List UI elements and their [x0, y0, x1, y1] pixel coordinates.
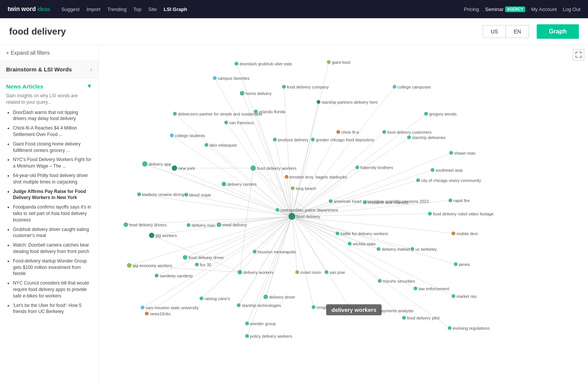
graph-node[interactable] — [295, 270, 299, 274]
graph-node[interactable] — [235, 62, 238, 66]
graph-node[interactable] — [452, 232, 455, 236]
news-list-item[interactable]: 64-year-old Philly food delivery driver … — [13, 172, 92, 185]
news-articles-title[interactable]: News Articles — [6, 83, 43, 90]
graph-node[interactable] — [195, 263, 199, 267]
news-list-item[interactable]: Grubhub delivery driver caught eating cu… — [13, 226, 92, 239]
graph-node[interactable] — [137, 193, 141, 196]
graph-node[interactable] — [285, 175, 288, 179]
graph-node[interactable] — [291, 187, 295, 190]
graph-node[interactable] — [282, 85, 286, 89]
graph-node[interactable] — [273, 138, 277, 142]
nav-site[interactable]: Site — [148, 6, 157, 12]
graph-node[interactable] — [317, 100, 320, 104]
seminar-text[interactable]: Seminar — [485, 6, 503, 12]
nav-import[interactable]: Import — [86, 6, 100, 12]
graph-node[interactable] — [311, 138, 315, 142]
graph-node[interactable] — [410, 247, 414, 251]
graph-node[interactable] — [142, 161, 147, 167]
graph-node[interactable] — [416, 179, 420, 182]
graph-node[interactable] — [183, 255, 187, 260]
news-list-item[interactable]: Judge Affirms Pay Raise for Food Deliver… — [13, 188, 92, 201]
news-list-item[interactable]: NYC Council considers bill that would re… — [13, 280, 92, 299]
graph-node[interactable] — [448, 326, 452, 330]
nav-my-account[interactable]: My Account — [531, 6, 557, 12]
graph-node[interactable] — [382, 130, 386, 134]
news-list-item[interactable]: NYC's Food Delivery Workers Fight for a … — [13, 157, 92, 169]
graph-node[interactable] — [449, 199, 452, 202]
news-list-item[interactable]: Giant Food closing home delivery fulfill… — [13, 141, 92, 154]
news-list-item[interactable]: Watch: Doorbell camera catches bear stea… — [13, 242, 92, 255]
graph-node[interactable] — [325, 270, 328, 274]
graph-node[interactable] — [348, 242, 352, 246]
graph-node[interactable] — [170, 134, 174, 138]
graph-node[interactable] — [336, 232, 339, 236]
logo[interactable]: twinword ideas — [8, 6, 50, 13]
graph-node[interactable] — [173, 112, 177, 116]
graph-node[interactable] — [378, 279, 382, 283]
nav-trending[interactable]: Trending — [107, 6, 127, 12]
graph-node[interactable] — [363, 201, 367, 204]
graph-node[interactable] — [254, 110, 258, 114]
chevron-down-icon[interactable]: ▼ — [86, 83, 92, 90]
graph-node[interactable] — [245, 322, 249, 326]
graph-node[interactable] — [336, 130, 340, 134]
graph-node[interactable] — [250, 166, 256, 171]
graph-node[interactable] — [355, 166, 359, 169]
graph-node[interactable] — [414, 287, 417, 291]
graph-node[interactable] — [187, 223, 190, 227]
graph-node[interactable] — [253, 250, 257, 254]
lang-en-button[interactable]: EN — [506, 25, 529, 38]
graph-node[interactable] — [431, 168, 434, 172]
news-list-item[interactable]: Chick-fil-A Reaches $4.4 Million Settlem… — [13, 125, 92, 138]
graph-node-label: wonder group — [250, 321, 276, 326]
graph-node[interactable] — [124, 223, 128, 227]
nav-logout[interactable]: Log Out — [563, 6, 580, 12]
graph-node[interactable] — [276, 208, 279, 212]
graph-node[interactable] — [237, 304, 241, 307]
brainstorm-section[interactable]: Brainstorm & LSI Words › — [0, 61, 98, 78]
nav-pricing[interactable]: Pricing — [464, 6, 479, 12]
graph-node[interactable] — [200, 297, 203, 300]
graph-node[interactable] — [238, 270, 242, 275]
graph-node[interactable] — [377, 247, 380, 251]
graph-node[interactable] — [155, 274, 158, 278]
graph-node[interactable] — [454, 262, 458, 266]
graph-node[interactable] — [327, 60, 331, 64]
nav-lsi-graph[interactable]: LSI Graph — [163, 6, 187, 12]
graph-node[interactable] — [424, 112, 428, 116]
graph-node[interactable] — [245, 334, 249, 338]
graph-node[interactable] — [263, 295, 268, 299]
graph-node[interactable] — [224, 121, 228, 125]
graph-node[interactable] — [217, 223, 221, 227]
graph-node[interactable] — [172, 166, 177, 171]
graph-node[interactable] — [452, 294, 455, 298]
graph-node[interactable] — [402, 316, 406, 320]
graph-node[interactable] — [127, 263, 132, 268]
expand-icon[interactable] — [573, 49, 584, 60]
news-list-item[interactable]: Foodpanda confirms layoffs says it's in … — [13, 204, 92, 223]
news-list-item[interactable]: 'Let's be the Uber for food': How 5 frie… — [13, 302, 92, 315]
graph-node[interactable] — [312, 305, 315, 309]
graph-node[interactable] — [329, 199, 333, 203]
graph-node[interactable] — [145, 312, 149, 316]
graph-node[interactable] — [240, 91, 244, 96]
lang-us-button[interactable]: US — [483, 25, 506, 38]
expand-filters[interactable]: + Expand all filters — [0, 45, 98, 61]
nav-top[interactable]: Top — [133, 6, 141, 12]
graph-node[interactable] — [288, 213, 295, 220]
graph-node[interactable] — [204, 143, 208, 147]
graph-node[interactable] — [213, 76, 217, 80]
graph-node[interactable] — [222, 182, 226, 187]
graph-node[interactable] — [449, 151, 453, 155]
news-list-item[interactable]: Food-delivery startup Wonder Group gets … — [13, 258, 92, 277]
graph-button[interactable]: Graph — [537, 24, 579, 39]
graph-node[interactable] — [141, 306, 144, 310]
graph-node[interactable] — [428, 212, 432, 216]
graph-node[interactable] — [350, 309, 353, 313]
graph-node[interactable] — [393, 85, 396, 89]
nav-suggest[interactable]: Suggest — [62, 6, 80, 12]
graph-node[interactable] — [184, 193, 188, 197]
graph-node[interactable] — [407, 136, 411, 139]
graph-node[interactable] — [149, 233, 154, 238]
news-list-item[interactable]: DoorDash warns that not tipping drivers … — [13, 109, 92, 122]
